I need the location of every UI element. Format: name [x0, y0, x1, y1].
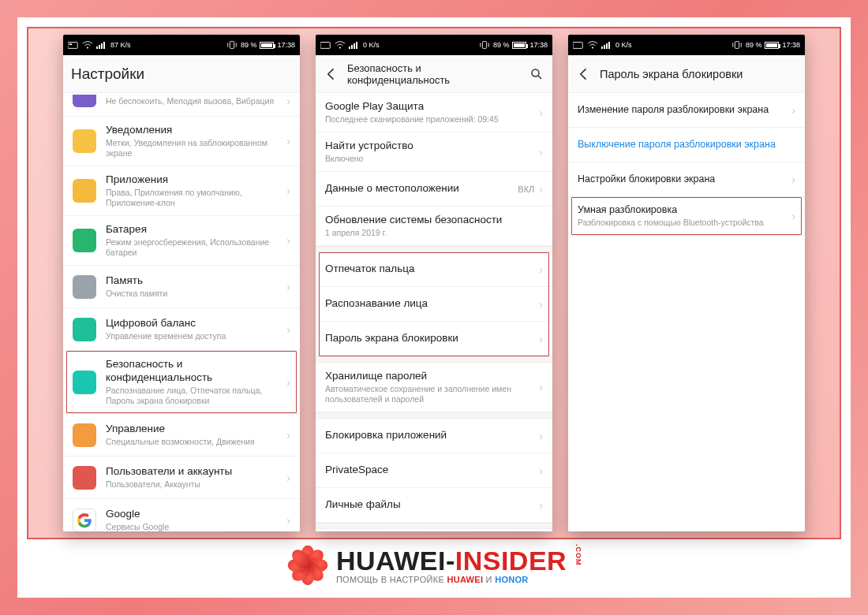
row-label: Управление [106, 423, 286, 436]
phone-security: 0 K/s 89 % 17:38 Безопасность и конфиден… [316, 35, 552, 531]
card-icon [320, 40, 331, 50]
svg-rect-10 [349, 47, 350, 49]
security-row[interactable]: Личные файлы› [316, 488, 552, 523]
row-subtitle: Метки, Уведомления на заблокированном эк… [106, 138, 286, 158]
svg-rect-19 [604, 45, 605, 49]
row-label: Цифровой баланс [106, 317, 286, 330]
row-subtitle: Разблокировка с помощью Bluetooth-устрой… [578, 218, 791, 228]
back-button[interactable] [576, 66, 592, 82]
chevron-right-icon: › [791, 173, 795, 186]
svg-rect-18 [601, 47, 603, 49]
battery-icon [512, 42, 526, 49]
settings-row[interactable]: Безопасность и конфиденциальностьРаспозн… [63, 351, 300, 414]
settings-row[interactable]: БатареяРежим энергосбережения, Использов… [63, 216, 300, 266]
security-row[interactable]: Обновление системы безопасности1 апреля … [316, 207, 552, 246]
lockpw-row[interactable]: Выключение пароля разблокировки экрана› [568, 128, 805, 162]
settings-row[interactable]: УведомленияМетки, Уведомления на заблоки… [63, 117, 300, 166]
row-icon [73, 129, 96, 153]
settings-row[interactable]: GoogleСервисы Google› [63, 499, 300, 531]
security-list[interactable]: Google Play ЗащитаПоследнее сканирование… [316, 93, 552, 531]
signal-icon [96, 40, 107, 50]
lockpw-row[interactable]: Умная разблокировкаРазблокировка с помощ… [568, 197, 805, 236]
settings-row[interactable]: Цифровой балансУправление временем досту… [63, 308, 300, 351]
lockpw-row[interactable]: Изменение пароля разблокировки экрана› [568, 93, 805, 128]
row-label: Google [106, 508, 286, 521]
row-label: Найти устройство [325, 140, 539, 153]
vibrate-icon [731, 40, 743, 50]
back-button[interactable] [324, 66, 339, 82]
settings-row[interactable]: ПриложенияПрава, Приложения по умолчанию… [63, 166, 300, 216]
row-label: Выключение пароля разблокировки экрана [578, 139, 791, 151]
brand-sub-hw: HUAWEI [447, 575, 483, 584]
page-frame: 87 K/s 89 % 17:38 Настройки Не беспокоит… [17, 17, 851, 598]
security-row[interactable]: Google Play ЗащитаПоследнее сканирование… [316, 93, 552, 132]
row-label: Настройки блокировки экрана [578, 173, 791, 186]
settings-row[interactable]: Пользователи и аккаунтыПользователи, Акк… [63, 457, 300, 499]
battery-pct: 89 % [493, 42, 510, 49]
chevron-right-icon: › [791, 104, 795, 117]
security-row[interactable]: PrivateSpace› [316, 453, 552, 488]
brand-sub-mid: И [483, 575, 495, 584]
row-icon [73, 509, 96, 531]
chevron-right-icon: › [286, 472, 290, 484]
chevron-right-icon: › [286, 514, 290, 527]
row-label: Данные о местоположении [325, 182, 518, 196]
row-label: Хранилище паролей [325, 370, 539, 383]
svg-rect-14 [482, 42, 486, 49]
svg-rect-4 [99, 45, 100, 49]
clock: 17:38 [529, 42, 548, 49]
security-row[interactable]: Хранилище паролейАвтоматическое сохранен… [316, 363, 552, 412]
settings-row[interactable]: УправлениеСпециальные возможности, Движе… [63, 414, 300, 457]
vibrate-icon [226, 40, 238, 50]
net-speed: 0 K/s [615, 42, 632, 49]
row-label: Пароль экрана блокировки [325, 332, 539, 345]
battery-pct: 89 % [746, 42, 762, 49]
row-subtitle: Права, Приложения по умолчанию, Приложен… [106, 188, 286, 208]
chevron-right-icon: › [286, 376, 290, 389]
security-row[interactable]: Данные о местоположенииВКЛ› [316, 172, 552, 207]
chevron-right-icon: › [286, 234, 290, 247]
row-icon [73, 179, 96, 203]
row-subtitle: Сервисы Google [106, 522, 286, 531]
row-value: ВКЛ [518, 184, 534, 194]
brand-main-a: HUAWEI- [336, 546, 455, 576]
row-subtitle: Распознавание лица, Отпечаток пальца, Па… [106, 386, 286, 406]
row-label: Безопасность и конфиденциальность [106, 358, 286, 385]
search-button[interactable] [529, 66, 544, 82]
section-divider [316, 412, 552, 419]
row-subtitle: Последнее сканирование приложений: 09:45 [325, 114, 539, 125]
svg-rect-8 [320, 43, 330, 49]
svg-rect-7 [230, 42, 234, 49]
section-divider [316, 246, 552, 252]
row-subtitle: Управление временем доступа [106, 331, 286, 341]
security-row[interactable]: Найти устройствоВключено› [316, 132, 552, 172]
battery-pct: 89 % [241, 42, 257, 49]
status-bar: 87 K/s 89 % 17:38 [63, 35, 300, 55]
security-row[interactable]: Пароль экрана блокировки› [316, 322, 552, 356]
chevron-right-icon: › [539, 381, 543, 393]
settings-row[interactable]: ПамятьОчистка памяти› [63, 266, 300, 308]
row-label: Уведомления [106, 124, 286, 137]
svg-point-15 [532, 69, 539, 76]
branding-footer: HUAWEI-INSIDER ПОМОЩЬ В НАСТРОЙКЕ HUAWEI… [286, 539, 582, 591]
section-divider [316, 356, 552, 363]
page-title: Безопасность и конфиденциальность [347, 62, 521, 86]
security-row[interactable]: Отпечаток пальца› [316, 252, 552, 287]
chevron-right-icon: › [286, 429, 290, 442]
row-icon [73, 95, 96, 107]
row-label: Google Play Защита [325, 100, 539, 114]
security-row[interactable]: Дополнительные настройкиБлокировка SIM-к… [316, 529, 552, 531]
security-row[interactable]: Блокировка приложений› [316, 419, 552, 453]
lockpw-row[interactable]: Настройки блокировки экрана› [568, 162, 805, 197]
settings-row[interactable]: Не беспокоить, Мелодия вызова, Вибрация› [63, 93, 300, 117]
security-row[interactable]: Распознавание лица› [316, 287, 552, 322]
settings-list[interactable]: Не беспокоить, Мелодия вызова, Вибрация›… [63, 93, 300, 531]
row-label: Личные файлы [325, 498, 539, 512]
signal-icon [601, 40, 612, 50]
row-subtitle: Пользователи, Аккаунты [106, 479, 286, 490]
app-header-security: Безопасность и конфиденциальность [316, 55, 552, 93]
app-header-lockpassword: Пароль экрана блокировки [568, 55, 805, 93]
lockpassword-list[interactable]: Изменение пароля разблокировки экрана›Вы… [568, 93, 805, 531]
card-icon [68, 40, 79, 50]
vibrate-icon [479, 40, 490, 50]
